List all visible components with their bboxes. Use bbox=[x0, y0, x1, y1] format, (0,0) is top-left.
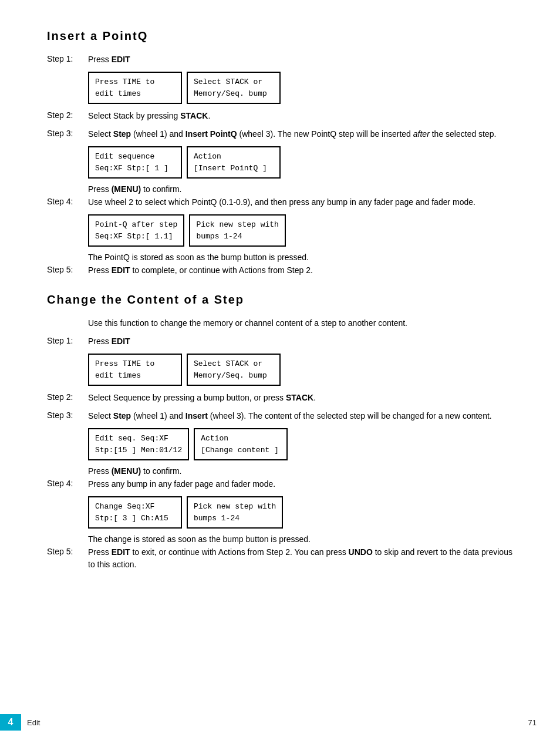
change-step2-row: Step 2: Select Sequence by pressing a bu… bbox=[47, 392, 513, 404]
change-step2-bold: STACK bbox=[286, 393, 313, 402]
insert-lcd1-left-line1: Press TIME to bbox=[95, 78, 154, 86]
insert-step5-row: Step 5: Press EDIT to complete, or conti… bbox=[47, 264, 513, 277]
change-lcd3-right: Pick new step with bumps 1-24 bbox=[187, 496, 283, 529]
insert-step4-content: Use wheel 2 to select which PointQ (0.1-… bbox=[88, 196, 513, 208]
insert-step2-label: Step 2: bbox=[47, 110, 88, 120]
change-lcd3-left: Change Seq:XF Stp:[ 3 ] Ch:A15 bbox=[88, 496, 182, 529]
change-step4-content: Press any bump in any fader page and fad… bbox=[88, 478, 513, 490]
insert-lcd1-row: Press TIME to edit times Select STACK or… bbox=[88, 72, 513, 104]
insert-lcd3-row: Point-Q after step Seq:XF Stp:[ 1.1] Pic… bbox=[88, 214, 513, 247]
insert-step3-label: Step 3: bbox=[47, 128, 88, 138]
insert-step3-em: after bbox=[413, 129, 430, 139]
insert-lcd1-left-line2: edit times bbox=[95, 89, 141, 98]
change-intro-spacer bbox=[47, 317, 88, 318]
change-lcd3-right-line1: Pick new step with bbox=[194, 502, 276, 511]
change-lcd1-left-line1: Press TIME to bbox=[95, 359, 154, 368]
change-step5-label: Step 5: bbox=[47, 546, 88, 556]
change-lcd2-left: Edit seq. Seq:XF Stp:[15 ] Men:01/12 bbox=[88, 428, 189, 460]
insert-lcd3-left: Point-Q after step Seq:XF Stp:[ 1.1] bbox=[88, 214, 184, 247]
insert-step5-b1: EDIT bbox=[112, 265, 130, 275]
insert-step4-label: Step 4: bbox=[47, 196, 88, 206]
insert-step1-row: Step 1: Press EDIT bbox=[47, 53, 513, 66]
insert-lcd1-right-line2: Memory/Seq. bump bbox=[194, 89, 267, 98]
insert-lcd2-right: Action [Insert PointQ ] bbox=[187, 146, 281, 179]
insert-step3-b1: Step bbox=[113, 129, 131, 139]
change-lcd1-left: Press TIME to edit times bbox=[88, 354, 182, 386]
insert-lcd2-row: Edit sequence Seq:XF Stp:[ 1 ] Action [I… bbox=[88, 146, 513, 179]
footer-section: Edit bbox=[27, 718, 40, 727]
insert-step3-content: Select Step (wheel 1) and Insert PointQ … bbox=[88, 128, 513, 140]
footer-page-number: 71 bbox=[528, 718, 560, 727]
insert-confirm1: Press (MENU) to confirm. bbox=[88, 184, 513, 194]
change-stored1: The change is stored as soon as the bump… bbox=[88, 534, 513, 544]
change-step3-label: Step 3: bbox=[47, 410, 88, 420]
change-confirm1-bold: (MENU) bbox=[112, 466, 141, 476]
insert-lcd3-left-line1: Point-Q after step bbox=[95, 220, 177, 229]
insert-lcd2-right-line1: Action bbox=[194, 152, 221, 161]
change-step1-label: Step 1: bbox=[47, 335, 88, 345]
change-step5-content: Press EDIT to exit, or continue with Act… bbox=[88, 546, 513, 571]
change-lcd2-left-line1: Edit seq. Seq:XF bbox=[95, 434, 168, 443]
change-lcd1-left-line2: edit times bbox=[95, 371, 141, 380]
insert-stored1: The PointQ is stored as soon as the bump… bbox=[88, 253, 513, 262]
change-lcd3-left-line2: Stp:[ 3 ] Ch:A15 bbox=[95, 514, 168, 523]
change-lcd2-left-line2: Stp:[15 ] Men:01/12 bbox=[95, 446, 182, 455]
change-step2-label: Step 2: bbox=[47, 392, 88, 402]
change-step1-bold: EDIT bbox=[112, 337, 130, 346]
change-step4-row: Step 4: Press any bump in any fader page… bbox=[47, 478, 513, 490]
insert-lcd1-left: Press TIME to edit times bbox=[88, 72, 182, 104]
change-step3-b2: Insert bbox=[185, 411, 208, 420]
change-lcd1-right-line2: Memory/Seq. bump bbox=[194, 371, 267, 380]
section-title-insert: Insert a PointQ bbox=[47, 29, 513, 43]
change-lcd2-right: Action [Change content ] bbox=[194, 428, 288, 460]
change-step3-b1: Step bbox=[113, 411, 131, 420]
insert-step5-content: Press EDIT to complete, or continue with… bbox=[88, 264, 513, 277]
insert-lcd3-right-line1: Pick new step with bbox=[196, 220, 278, 229]
page-footer: 4 Edit 71 bbox=[0, 714, 560, 731]
insert-lcd1-right-line1: Select STACK or bbox=[194, 78, 262, 86]
footer-badge: 4 bbox=[0, 714, 21, 731]
change-confirm1: Press (MENU) to confirm. bbox=[88, 466, 513, 476]
change-step4-label: Step 4: bbox=[47, 478, 88, 488]
insert-lcd1-right: Select STACK or Memory/Seq. bump bbox=[187, 72, 281, 104]
change-step1-content: Press EDIT bbox=[88, 335, 513, 348]
change-step2-content: Select Sequence by pressing a bump butto… bbox=[88, 392, 513, 404]
insert-lcd3-right: Pick new step with bumps 1-24 bbox=[189, 214, 285, 247]
change-lcd3-left-line1: Change Seq:XF bbox=[95, 502, 154, 511]
change-lcd1-row: Press TIME to edit times Select STACK or… bbox=[88, 354, 513, 386]
change-intro-row: Use this function to change the memory o… bbox=[47, 317, 513, 329]
insert-step4-row: Step 4: Use wheel 2 to select which Poin… bbox=[47, 196, 513, 208]
insert-lcd3-left-line2: Seq:XF Stp:[ 1.1] bbox=[95, 232, 173, 241]
change-intro-text: Use this function to change the memory o… bbox=[88, 317, 513, 329]
insert-step2-row: Step 2: Select Stack by pressing STACK. bbox=[47, 110, 513, 122]
insert-step2-bold: STACK bbox=[180, 111, 208, 120]
insert-step2-content: Select Stack by pressing STACK. bbox=[88, 110, 513, 122]
insert-step1-bold: EDIT bbox=[112, 55, 130, 64]
insert-step1-label: Step 1: bbox=[47, 53, 88, 63]
change-step1-row: Step 1: Press EDIT bbox=[47, 335, 513, 348]
change-lcd1-right: Select STACK or Memory/Seq. bump bbox=[187, 354, 281, 386]
insert-step5-label: Step 5: bbox=[47, 264, 88, 274]
footer-left: 4 Edit bbox=[0, 714, 40, 731]
section-title-change: Change the Content of a Step bbox=[47, 293, 513, 307]
insert-confirm1-bold: (MENU) bbox=[112, 184, 141, 194]
insert-lcd2-right-line2: [Insert PointQ ] bbox=[194, 164, 267, 173]
change-lcd2-right-line1: Action bbox=[201, 434, 228, 443]
insert-lcd2-left-line2: Seq:XF Stp:[ 1 ] bbox=[95, 164, 168, 173]
insert-lcd2-left: Edit sequence Seq:XF Stp:[ 1 ] bbox=[88, 146, 182, 179]
change-lcd1-right-line1: Select STACK or bbox=[194, 359, 262, 368]
change-step3-content: Select Step (wheel 1) and Insert (wheel … bbox=[88, 410, 513, 422]
change-lcd3-right-line2: bumps 1-24 bbox=[194, 514, 239, 523]
change-lcd3-row: Change Seq:XF Stp:[ 3 ] Ch:A15 Pick new … bbox=[88, 496, 513, 529]
change-step5-b1: EDIT bbox=[112, 547, 130, 557]
page-container: Insert a PointQ Step 1: Press EDIT Press… bbox=[0, 0, 560, 624]
insert-step3-b2: Insert PointQ bbox=[185, 129, 237, 139]
change-step3-row: Step 3: Select Step (wheel 1) and Insert… bbox=[47, 410, 513, 422]
insert-lcd2-left-line1: Edit sequence bbox=[95, 152, 154, 161]
insert-step1-content: Press EDIT bbox=[88, 53, 513, 66]
insert-step3-row: Step 3: Select Step (wheel 1) and Insert… bbox=[47, 128, 513, 140]
change-lcd2-right-line2: [Change content ] bbox=[201, 446, 279, 455]
change-lcd2-row: Edit seq. Seq:XF Stp:[15 ] Men:01/12 Act… bbox=[88, 428, 513, 460]
change-step5-b2: UNDO bbox=[349, 547, 373, 557]
change-step5-row: Step 5: Press EDIT to exit, or continue … bbox=[47, 546, 513, 571]
